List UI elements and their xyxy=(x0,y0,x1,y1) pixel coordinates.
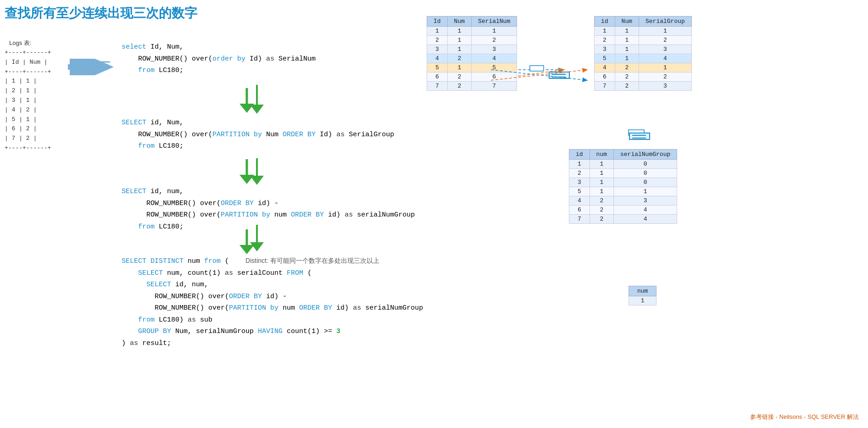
svg-marker-20 xyxy=(239,104,254,113)
svg-marker-22 xyxy=(239,175,254,184)
svg-marker-24 xyxy=(239,245,254,254)
code-block-2: SELECT id, Num, ROW_NUMBER() over(PARTIT… xyxy=(122,117,394,152)
table-serialgroup: idNumSerialGroup 111 212 313 514 421 622… xyxy=(594,16,692,91)
table-serialnumgroup: idnumserialNumGroup 110 210 310 511 423 … xyxy=(569,149,677,224)
reference-link[interactable]: 参考链接 - Neilsons - SQL SERVER 解法 xyxy=(750,413,859,421)
logs-label: Logs 表: xyxy=(9,39,31,47)
code-block-3: SELECT id, num, ROW_NUMBER() over(ORDER … xyxy=(122,186,415,233)
page-title: 查找所有至少连续出现三次的数字 xyxy=(5,5,197,22)
logs-table: +----+------+ | Id | Num | +----+------+… xyxy=(5,48,51,153)
code-block-4: SELECT DISTINCT num from ( Distinct: 有可能… xyxy=(122,256,423,349)
code-block-1: select Id, Num, ROW_NUMBER() over(order … xyxy=(122,41,316,77)
table-final-result: num 1 xyxy=(629,286,657,306)
